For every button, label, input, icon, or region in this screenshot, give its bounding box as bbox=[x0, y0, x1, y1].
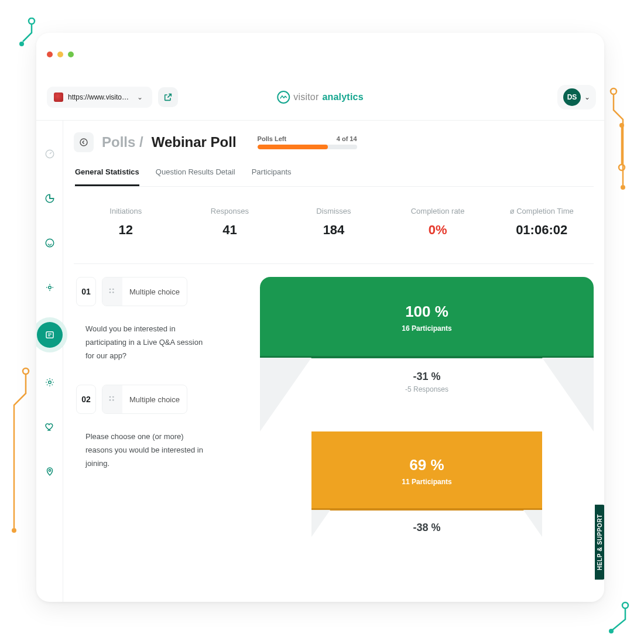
stat-responses-label: Responses bbox=[180, 207, 280, 215]
account-menu[interactable]: DS ⌄ bbox=[557, 85, 596, 109]
sidebar-item-stats[interactable] bbox=[40, 189, 60, 208]
multiple-choice-icon bbox=[102, 278, 122, 306]
funnel-drop1-sub: -5 Responses bbox=[260, 385, 594, 393]
heart-icon bbox=[44, 422, 55, 432]
svg-point-8 bbox=[622, 602, 628, 608]
chevron-down-icon: ⌄ bbox=[135, 93, 145, 101]
svg-point-14 bbox=[48, 381, 51, 384]
svg-point-7 bbox=[619, 165, 625, 170]
funnel-drop-2: -38 % bbox=[260, 522, 594, 534]
breadcrumb-parent[interactable]: Polls / bbox=[102, 134, 143, 150]
svg-point-0 bbox=[29, 18, 35, 24]
window-traffic-lights bbox=[47, 52, 74, 57]
map-pin-icon bbox=[44, 466, 55, 477]
question-type-2: Multiple choice bbox=[122, 395, 187, 404]
funnel-step1-pct: 100 % bbox=[405, 303, 448, 321]
stat-dismisses-value: 184 bbox=[284, 222, 383, 238]
question-card-2: 02 Multiple choice bbox=[76, 385, 252, 414]
breadcrumb: Polls / Webinar Poll Polls Left 4 of 14 bbox=[74, 132, 594, 152]
question-card-1: 01 Multiple choice bbox=[76, 277, 252, 306]
question-number-2: 02 bbox=[76, 385, 96, 414]
multiple-choice-icon bbox=[102, 385, 122, 413]
svg-point-23 bbox=[112, 396, 114, 398]
svg-point-9 bbox=[609, 629, 614, 633]
svg-point-2 bbox=[23, 368, 29, 374]
polls-left-fill bbox=[258, 145, 328, 149]
site-url-text: https://www.visitor-anal... bbox=[68, 93, 130, 101]
top-bar: https://www.visitor-anal... ⌄ visitorana… bbox=[36, 74, 604, 121]
arrow-left-icon bbox=[79, 138, 88, 147]
funnel-chart: 100 % 16 Participants -31 % -5 Responses… bbox=[260, 277, 594, 535]
decoration-right-mid bbox=[617, 123, 635, 176]
svg-point-6 bbox=[619, 123, 624, 128]
svg-point-18 bbox=[109, 292, 111, 293]
svg-point-12 bbox=[48, 286, 51, 289]
brand-logo-icon bbox=[277, 91, 290, 104]
polls-left-count: 4 of 14 bbox=[337, 135, 357, 142]
tab-participants[interactable]: Participants bbox=[252, 167, 292, 186]
svg-point-1 bbox=[19, 42, 24, 46]
polls-left-label: Polls Left bbox=[258, 135, 287, 142]
funnel-drop2-pct: -38 % bbox=[260, 522, 594, 534]
polls-left-meter: Polls Left 4 of 14 bbox=[258, 135, 357, 149]
svg-point-15 bbox=[49, 470, 50, 471]
tab-question-results-detail[interactable]: Question Results Detail bbox=[156, 167, 235, 186]
stat-completion-rate-label: Completion rate bbox=[388, 207, 488, 215]
decoration-top-right bbox=[609, 87, 635, 192]
sidebar-item-favorites[interactable] bbox=[40, 417, 60, 437]
avatar: DS bbox=[563, 88, 581, 106]
funnel-drop-1: -31 % -5 Responses bbox=[260, 371, 594, 393]
breadcrumb-current: Webinar Poll bbox=[152, 134, 237, 150]
pie-chart-icon bbox=[44, 193, 55, 204]
help-support-tab[interactable]: HELP & SUPPORT bbox=[595, 505, 604, 580]
funnel-drop1-pct: -31 % bbox=[260, 371, 594, 383]
target-icon bbox=[44, 282, 55, 293]
svg-point-19 bbox=[112, 289, 114, 290]
window-minimize-dot[interactable] bbox=[57, 52, 63, 57]
sidebar-item-sessions[interactable] bbox=[40, 233, 60, 253]
stat-dismisses-label: Dismisses bbox=[284, 207, 383, 215]
stat-completion-rate-value: 0% bbox=[388, 222, 488, 238]
question-text-1: Would you be interested in participating… bbox=[76, 314, 217, 371]
sidebar bbox=[36, 121, 63, 602]
stat-initiations-value: 12 bbox=[76, 222, 176, 238]
funnel-step-2: 69 % 11 Participants bbox=[311, 431, 542, 510]
svg-point-17 bbox=[109, 289, 111, 290]
gauge-icon bbox=[44, 149, 55, 159]
funnel-step1-sub: 16 Participants bbox=[402, 324, 451, 333]
sidebar-item-location[interactable] bbox=[40, 461, 60, 481]
poll-icon bbox=[44, 330, 55, 340]
funnel-step2-pct: 69 % bbox=[409, 456, 444, 474]
chevron-down-icon: ⌄ bbox=[584, 93, 590, 101]
svg-point-22 bbox=[109, 399, 111, 401]
stats-row: Initiations12 Responses41 Dismisses184 C… bbox=[74, 187, 594, 264]
window-close-dot[interactable] bbox=[47, 52, 53, 57]
site-favicon-icon bbox=[54, 93, 63, 102]
stat-completion-time-label: ø Completion Time bbox=[492, 207, 591, 215]
site-selector[interactable]: https://www.visitor-anal... ⌄ bbox=[47, 87, 152, 108]
decoration-bottom-right bbox=[600, 600, 631, 635]
sidebar-item-dashboard[interactable] bbox=[40, 144, 60, 164]
svg-point-16 bbox=[80, 139, 87, 146]
stat-initiations-label: Initiations bbox=[76, 207, 176, 215]
sidebar-item-settings[interactable] bbox=[40, 372, 60, 392]
back-button[interactable] bbox=[74, 132, 94, 152]
gear-icon bbox=[44, 377, 55, 388]
brand-text-1: visitor bbox=[293, 92, 318, 102]
activity-icon bbox=[44, 238, 55, 248]
external-link-icon bbox=[163, 93, 173, 102]
svg-point-20 bbox=[112, 292, 114, 293]
stat-responses-value: 41 bbox=[180, 222, 280, 238]
funnel-step2-sub: 11 Participants bbox=[402, 478, 451, 486]
svg-point-3 bbox=[12, 528, 16, 533]
svg-rect-13 bbox=[46, 332, 53, 338]
decoration-left bbox=[8, 366, 34, 542]
open-external-button[interactable] bbox=[158, 87, 178, 107]
question-type-1: Multiple choice bbox=[122, 287, 187, 296]
window-maximize-dot[interactable] bbox=[68, 52, 74, 57]
question-number-1: 01 bbox=[76, 277, 96, 306]
tab-general-statistics[interactable]: General Statistics bbox=[75, 167, 139, 186]
sidebar-item-polls[interactable] bbox=[37, 322, 63, 348]
sidebar-item-visitors[interactable] bbox=[40, 278, 60, 297]
svg-point-21 bbox=[109, 396, 111, 398]
